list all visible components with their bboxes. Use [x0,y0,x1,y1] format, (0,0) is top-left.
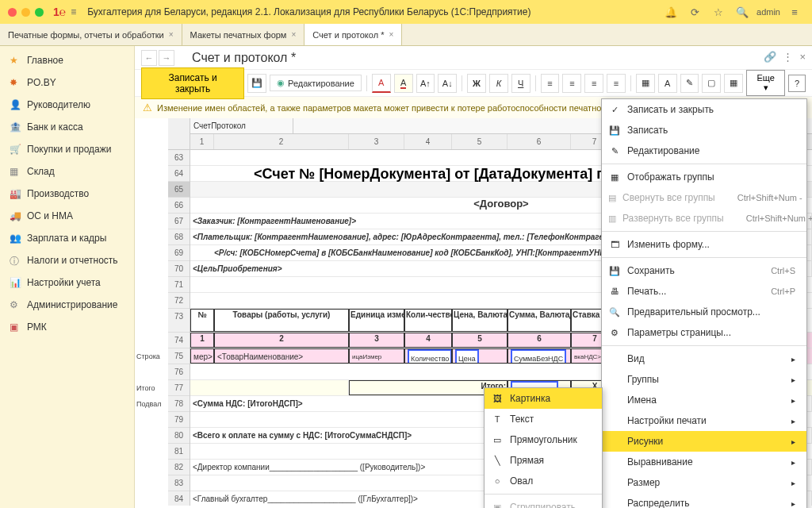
history-icon[interactable]: ⟳ [688,6,701,18]
menu-item[interactable]: ✓Записать и закрыть [602,99,806,120]
menu-item[interactable]: Распределить▸ [602,493,806,508]
menu-item: ▣Сгруппировать [485,497,602,508]
mac-max[interactable] [35,8,44,17]
menu-item[interactable]: Размер▸ [602,472,806,493]
nav-fwd[interactable]: → [159,50,174,66]
mac-close[interactable] [8,8,17,17]
link-icon[interactable]: 🔗 [764,51,776,63]
name-box[interactable]: СчетПротокол [190,118,293,133]
align-left-icon[interactable]: ≡ [541,74,560,93]
save-close-button[interactable]: Записать и закрыть [141,67,244,99]
underline-icon[interactable]: Ч [511,74,530,93]
tab-close-icon[interactable]: × [291,30,296,39]
menu-item[interactable]: 🗔Изменить форму... [602,234,806,255]
menu-item[interactable]: ✎Редактирование [602,140,806,161]
menu-icon[interactable]: ≡ [71,6,76,17]
warning-icon: ⚠ [143,102,152,114]
border-color-icon[interactable]: A [658,74,677,93]
sidebar-item[interactable]: ⓘНалоги и отчетность [0,249,134,271]
context-menu-main[interactable]: ✓Записать и закрыть💾Записать✎Редактирова… [601,98,807,508]
bg-color-icon[interactable]: A [394,74,413,93]
align-center-icon[interactable]: ≡ [562,74,581,93]
font-inc-icon[interactable]: A↑ [416,74,435,93]
sidebar: ★Главное ✸PO.BY 👤Руководителю 🏦Банк и ка… [0,46,135,508]
sidebar-item[interactable]: 🚚ОС и НМА [0,205,134,227]
tab-close-icon[interactable]: × [389,30,393,39]
menu-item[interactable]: Имена▸ [602,390,806,410]
menu-item[interactable]: 🖶Печать...Ctrl+P [602,281,806,302]
close-icon[interactable]: × [799,51,806,63]
menu-item[interactable]: TТекст [485,409,602,429]
menu-item: ▤Свернуть все группыCtrl+Shift+Num - [602,187,806,208]
more-button[interactable]: Еще ▾ [746,70,785,96]
font-dec-icon[interactable]: A↓ [438,74,457,93]
menu-item: ▥Развернуть все группыCtrl+Shift+Num + [602,208,806,229]
hamburger-icon[interactable]: ≡ [788,6,801,18]
menu-item[interactable]: Группы▸ [602,369,806,390]
sidebar-item[interactable]: 👥Зарплата и кадры [0,227,134,249]
bell-icon[interactable]: 🔔 [665,6,677,18]
align-justify-icon[interactable]: ≡ [607,74,626,93]
sidebar-item[interactable]: 📊Настройки учета [0,271,134,294]
sidebar-item[interactable]: ✸PO.BY [0,71,134,94]
nav-back[interactable]: ← [141,50,157,66]
sidebar-item[interactable]: 🏭Производство [0,183,134,205]
tab-2[interactable]: Счет и протокол *× [304,24,402,45]
menu-item[interactable]: Вид▸ [602,348,806,369]
border-icon[interactable]: ▢ [702,74,721,93]
menu-item[interactable]: 💾СохранитьCtrl+S [602,260,806,281]
edit-toggle[interactable]: ◉Редактирование [270,75,362,91]
sidebar-item[interactable]: 👤Руководителю [0,94,134,116]
app-title: Бухгалтерия для Беларуси, редакция 2.1. … [87,6,530,17]
content: ← → Счет и протокол * 🔗 ⋮ × Записать и з… [135,46,812,508]
context-menu-drawings[interactable]: 🖼КартинкаTТекст▭Прямоугольник╲Прямая○Ова… [484,387,603,508]
tab-0[interactable]: Печатные формы, отчеты и обработки× [0,24,182,45]
menu-item[interactable]: ⚙Параметры страницы... [602,322,806,343]
more-icon[interactable]: ⋮ [783,51,793,63]
menu-item[interactable]: Настройки печати▸ [602,410,806,431]
tab-1[interactable]: Макеты печатных форм× [182,24,305,45]
grid-icon[interactable]: ▦ [724,74,743,93]
titlebar: 1℮ ≡ Бухгалтерия для Беларуси, редакция … [0,0,812,24]
tab-close-icon[interactable]: × [169,30,174,39]
align-right-icon[interactable]: ≡ [584,74,603,93]
menu-item[interactable]: ○Овал [485,471,602,491]
star-icon[interactable]: ☆ [712,6,725,18]
help-button[interactable]: ? [788,75,806,92]
sidebar-item[interactable]: ▦Склад [0,160,134,183]
merge-icon[interactable]: ▦ [636,74,655,93]
menu-item[interactable]: 🖼Картинка [485,388,602,409]
menu-item[interactable]: Рисунки▸ [602,431,806,452]
menu-item[interactable]: ▦Отображать группы [602,167,806,187]
logo-1c: 1℮ [53,6,66,18]
sidebar-item[interactable]: ⚙Администрирование [0,294,134,316]
menu-item[interactable]: 🔍Предварительный просмотр... [602,302,806,322]
toolbar: Записать и закрыть 💾 ◉Редактирование A A… [135,70,812,97]
mac-min[interactable] [21,8,30,17]
page-title: Счет и протокол * [192,51,296,65]
sidebar-item[interactable]: ★Главное [0,49,134,71]
bold-icon[interactable]: Ж [467,74,486,93]
menu-item[interactable]: ╲Прямая [485,450,602,471]
save-icon[interactable]: 💾 [247,74,266,93]
sidebar-item[interactable]: 🏦Банк и касса [0,116,134,138]
menu-item[interactable]: ▭Прямоугольник [485,429,602,450]
sidebar-item[interactable]: ▣РМК [0,316,134,338]
menu-item[interactable]: 💾Записать [602,120,806,140]
search-icon[interactable]: 🔍 [736,6,749,18]
sidebar-item[interactable]: 🛒Покупки и продажи [0,138,134,160]
user-label[interactable]: admin [756,7,780,17]
tabbar: Печатные формы, отчеты и обработки× Маке… [0,24,812,46]
menu-item[interactable]: Выравнивание▸ [602,452,806,472]
pencil-icon[interactable]: ✎ [680,74,699,93]
italic-icon[interactable]: К [489,74,508,93]
font-color-icon[interactable]: A [372,74,391,93]
